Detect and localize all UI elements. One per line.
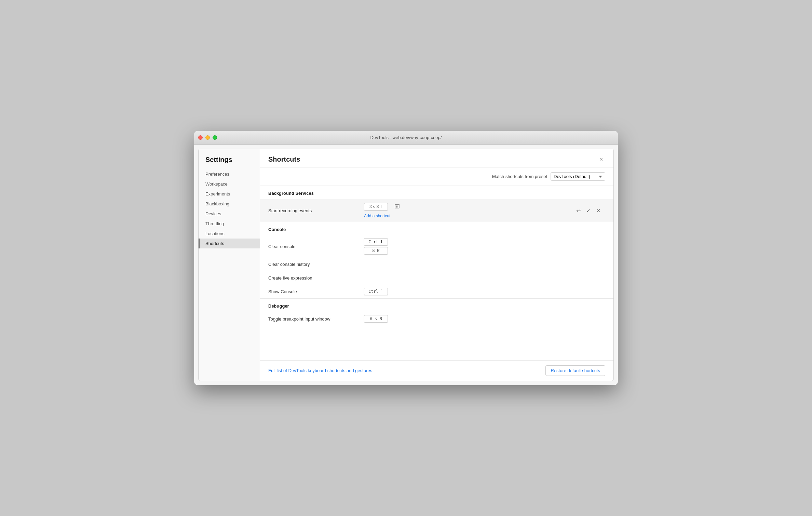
shortcut-row-clear-console-history: Clear console history	[260, 257, 613, 271]
full-list-link[interactable]: Full list of DevTools keyboard shortcuts…	[268, 368, 372, 373]
devtools-window: DevTools - web.dev/why-coop-coep/ Settin…	[194, 131, 618, 385]
shortcut-keys-clear-console: Ctrl L ⌘ K	[364, 238, 605, 255]
section-header-debugger: Debugger	[260, 299, 613, 312]
edit-actions: ↩ ✓ ✕	[574, 206, 605, 215]
key-badge-cmd-s-cmd-f: ⌘ s ⌘ f	[364, 203, 388, 211]
maximize-button[interactable]	[213, 135, 217, 140]
shortcut-key-row: ⌘ s ⌘ f	[364, 202, 574, 212]
page-title: Shortcuts	[268, 155, 300, 163]
cmd-symbol-2: ⌘	[377, 204, 379, 209]
sidebar-item-experiments[interactable]: Experiments	[199, 189, 260, 199]
preset-row: Match shortcuts from preset DevTools (De…	[260, 167, 613, 186]
window-body: Settings Preferences Workspace Experimen…	[198, 149, 614, 381]
minimize-button[interactable]	[205, 135, 210, 140]
preset-label: Match shortcuts from preset	[492, 174, 547, 179]
restore-defaults-button[interactable]: Restore default shortcuts	[545, 365, 605, 376]
shortcut-name-show-console: Show Console	[268, 289, 364, 294]
section-console: Console Clear console Ctrl L ⌘ K	[260, 222, 613, 299]
key-badge-cmd-opt-b: ⌘ ⌥ B	[364, 315, 388, 323]
section-header-background-services: Background Services	[260, 186, 613, 199]
shortcut-keys-show-console: Ctrl `	[364, 288, 605, 295]
key-badge-ctrl-backtick: Ctrl `	[364, 288, 388, 295]
shortcut-row-start-recording: Start recording events ⌘ s ⌘ f	[260, 199, 613, 222]
cmd-symbol: ⌘	[369, 204, 372, 209]
shortcut-row-clear-console: Clear console Ctrl L ⌘ K	[260, 235, 613, 257]
main-content: Shortcuts × Match shortcuts from preset …	[260, 149, 613, 381]
sidebar-title: Settings	[199, 156, 260, 169]
section-header-console: Console	[260, 222, 613, 235]
shortcut-name-toggle-breakpoint: Toggle breakpoint input window	[268, 316, 364, 322]
shortcut-key-row-cmd-opt-b: ⌘ ⌥ B	[364, 315, 605, 323]
shortcut-row-toggle-breakpoint: Toggle breakpoint input window ⌘ ⌥ B	[260, 312, 613, 326]
close-button[interactable]	[198, 135, 203, 140]
section-background-services: Background Services Start recording even…	[260, 186, 613, 222]
add-shortcut-link[interactable]: Add a shortcut	[364, 213, 574, 219]
shortcut-keys-start-recording: ⌘ s ⌘ f	[364, 202, 574, 219]
undo-button[interactable]: ↩	[574, 206, 583, 215]
shortcut-row-create-live-expression: Create live expression	[260, 271, 613, 285]
shortcut-name-clear-console-history: Clear console history	[268, 262, 364, 267]
key-badge-ctrl-l: Ctrl L	[364, 238, 388, 246]
sidebar-item-shortcuts[interactable]: Shortcuts	[199, 239, 260, 248]
main-header: Shortcuts ×	[260, 149, 613, 167]
window-title: DevTools - web.dev/why-coop-coep/	[370, 135, 442, 140]
titlebar-buttons	[198, 135, 217, 140]
shortcut-keys-toggle-breakpoint: ⌘ ⌥ B	[364, 315, 605, 323]
main-footer: Full list of DevTools keyboard shortcuts…	[260, 360, 613, 381]
sidebar-item-preferences[interactable]: Preferences	[199, 169, 260, 179]
sidebar-item-throttling[interactable]: Throttling	[199, 219, 260, 229]
svg-rect-0	[395, 205, 399, 208]
cancel-edit-button[interactable]: ✕	[594, 206, 603, 215]
confirm-button[interactable]: ✓	[584, 206, 593, 215]
sidebar-item-locations[interactable]: Locations	[199, 229, 260, 239]
section-debugger: Debugger Toggle breakpoint input window …	[260, 299, 613, 326]
titlebar: DevTools - web.dev/why-coop-coep/	[194, 131, 618, 145]
sidebar: Settings Preferences Workspace Experimen…	[199, 149, 260, 381]
shortcut-name-clear-console: Clear console	[268, 244, 364, 249]
preset-select[interactable]: DevTools (Default) Visual Studio Code	[551, 172, 605, 181]
shortcut-name-create-live-expression: Create live expression	[268, 275, 364, 281]
shortcuts-body: Background Services Start recording even…	[260, 186, 613, 360]
shortcut-name-start-recording: Start recording events	[268, 208, 364, 213]
shortcut-key-row-ctrl-l: Ctrl L	[364, 238, 605, 246]
shortcut-key-row-cmd-k: ⌘ K	[364, 247, 605, 255]
shortcut-row-show-console: Show Console Ctrl `	[260, 285, 613, 298]
shortcut-key-row-ctrl-backtick: Ctrl `	[364, 288, 605, 295]
delete-shortcut-button[interactable]	[393, 202, 401, 212]
sidebar-item-blackboxing[interactable]: Blackboxing	[199, 199, 260, 209]
close-panel-button[interactable]: ×	[597, 155, 605, 164]
sidebar-item-devices[interactable]: Devices	[199, 209, 260, 219]
key-badge-cmd-k: ⌘ K	[364, 247, 388, 255]
sidebar-item-workspace[interactable]: Workspace	[199, 179, 260, 189]
